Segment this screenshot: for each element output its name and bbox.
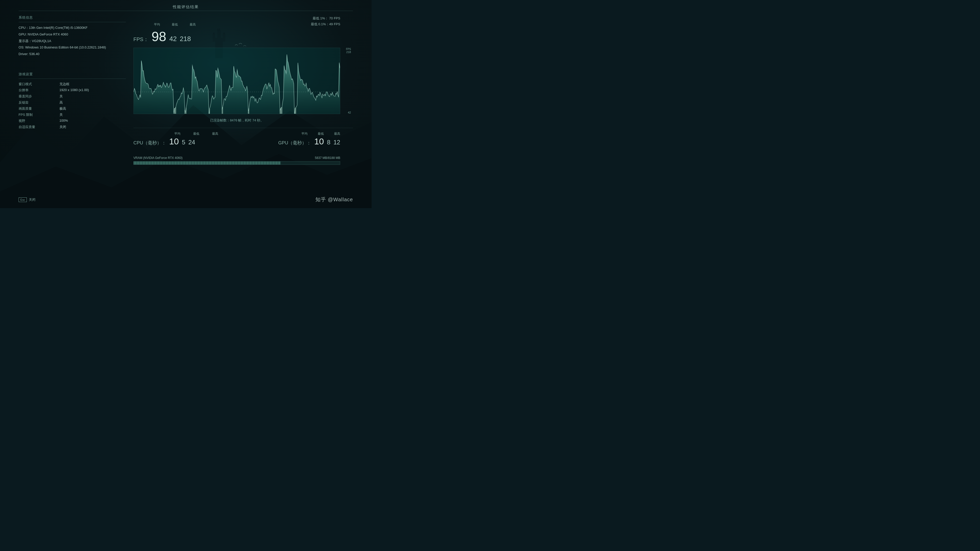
gpu-info: GPU: NVIDIA GeForce RTX 4060 — [19, 32, 126, 37]
setting-label-2: 垂直同步 — [19, 94, 57, 99]
fps-header-area: 平均 最低 最高 最低 1%： 70 FPS 最低 0.1%：49 FPS — [134, 15, 353, 27]
setting-label-1: 分辨率 — [19, 88, 57, 93]
right-panel: 平均 最低 最高 最低 1%： 70 FPS 最低 0.1%：49 FPS FP… — [134, 15, 353, 203]
vram-bar-fill — [134, 162, 281, 165]
fps-col-max-label: 最高 — [189, 22, 196, 27]
chart-ylabel-top: FPS 218 — [346, 48, 351, 54]
setting-label-3: 反锯齿 — [19, 100, 57, 105]
main-content: 系统信息 CPU：13th Gen Intel(R) Core(TM) i5-1… — [0, 0, 372, 208]
left-panel: 系统信息 CPU：13th Gen Intel(R) Core(TM) i5-1… — [19, 15, 126, 203]
cpu-col-labels: 平均 最低 最高 — [174, 132, 218, 136]
driver-info: Driver: 536.40 — [19, 52, 126, 57]
fps-main-display: FPS： 98 42 218 — [134, 30, 191, 43]
gpu-label: GPU（毫秒）： — [278, 140, 311, 146]
vram-header: VRAM (NVIDIA GeForce RTX 4060) 5837 MB/8… — [134, 156, 340, 160]
gpu-col-avg: 平均 — [301, 132, 307, 136]
fps-avg-value: 98 — [151, 30, 166, 43]
watermark: 知乎 @Wallace — [315, 196, 353, 203]
setting-value-0: 无边框 — [59, 82, 126, 86]
cpu-gpu-values: CPU（毫秒）： 10 5 24 GPU（毫秒）： 10 8 12 — [134, 137, 340, 146]
gpu-max: 12 — [334, 139, 340, 146]
chart-y-labels: FPS 218 42 — [346, 48, 351, 114]
setting-value-2: 关 — [59, 94, 126, 99]
chart-max-val: 218 — [346, 51, 351, 54]
game-settings-title: 游戏设置 — [19, 72, 126, 76]
fps-numbers-row: FPS： 98 42 218 — [134, 30, 353, 43]
game-settings-section: 游戏设置 窗口模式 无边框 分辨率 1920 x 1080 (x1.00) 垂直… — [19, 72, 126, 129]
rendered-frames-info: 已渲染帧数：8476 帧，耗时 74 秒。 — [134, 117, 340, 124]
setting-value-3: 高 — [59, 100, 126, 105]
close-label: 关闭 — [29, 197, 35, 202]
fps-col-avg-label: 平均 — [154, 22, 160, 27]
fps-percentiles: 最低 1%： 70 FPS 最低 0.1%：49 FPS — [311, 15, 340, 27]
fps-01pct: 最低 0.1%：49 FPS — [311, 21, 340, 27]
cpu-col-max: 最高 — [212, 132, 218, 136]
setting-label-5: FPS 限制 — [19, 113, 57, 117]
cpu-gpu-headers: 平均 最低 最高 平均 最低 最高 — [134, 132, 340, 136]
setting-value-6: 100% — [59, 119, 126, 123]
setting-label-4: 画面质量 — [19, 106, 57, 111]
gpu-col-labels: 平均 最低 最高 — [301, 132, 340, 136]
fps-min-value: 42 — [169, 35, 177, 43]
cpu-info: CPU：13th Gen Intel(R) Core(TM) i5-13600K… — [19, 25, 126, 30]
setting-value-4: 极高 — [59, 106, 126, 111]
cpu-avg: 10 — [169, 137, 179, 146]
fps-label: FPS： — [134, 36, 148, 43]
cpu-label: CPU（毫秒）： — [134, 140, 166, 146]
vram-usage: 5837 MB/8188 MB — [315, 156, 340, 160]
fps-chart-canvas — [134, 48, 340, 114]
os-info: OS: Windows 10 Business Edition 64-bit (… — [19, 45, 126, 50]
fps-col-labels: 平均 最低 最高 — [154, 22, 196, 27]
fps-max-value: 218 — [180, 35, 191, 43]
fps-chart-wrapper: FPS 218 42 — [134, 48, 340, 114]
bottom-bar: Esc 关闭 知乎 @Wallace — [19, 196, 353, 203]
settings-grid: 窗口模式 无边框 分辨率 1920 x 1080 (x1.00) 垂直同步 关 … — [19, 82, 126, 129]
vram-label: VRAM (NVIDIA GeForce RTX 4060) — [134, 156, 183, 160]
vram-bar-background — [134, 161, 340, 165]
setting-value-1: 1920 x 1080 (x1.00) — [59, 88, 126, 93]
display-info: 显示器：VG28UQL1A — [19, 38, 126, 44]
cpu-gpu-section: 平均 最低 最高 平均 最低 最高 CPU（毫秒）： 10 5 24 — [134, 132, 340, 146]
fps-chart-container — [134, 48, 340, 114]
gpu-min: 8 — [327, 139, 330, 146]
gpu-col-max: 最高 — [334, 132, 340, 136]
cpu-max: 24 — [188, 139, 195, 146]
fps-label-text: FPS — [346, 48, 351, 51]
cpu-min: 5 — [182, 139, 185, 146]
cpu-values: CPU（毫秒）： 10 5 24 — [134, 137, 195, 146]
setting-label-0: 窗口模式 — [19, 82, 57, 86]
fps-col-min-label: 最低 — [172, 22, 178, 27]
setting-label-7: 自适应质量 — [19, 125, 57, 129]
setting-value-7: 关闭 — [59, 125, 126, 129]
esc-key[interactable]: Esc — [19, 197, 27, 202]
chart-min-val: 42 — [346, 111, 351, 114]
close-button-area[interactable]: Esc 关闭 — [19, 197, 35, 202]
cpu-col-avg: 平均 — [174, 132, 180, 136]
setting-value-5: 关 — [59, 113, 126, 117]
separator — [134, 128, 353, 128]
gpu-values: GPU（毫秒）： 10 8 12 — [278, 137, 340, 146]
gpu-avg: 10 — [314, 137, 324, 146]
gpu-col-min: 最低 — [318, 132, 324, 136]
system-info-title: 系统信息 — [19, 15, 126, 20]
fps-1pct: 最低 1%： 70 FPS — [311, 15, 340, 21]
system-info-section: 系统信息 CPU：13th Gen Intel(R) Core(TM) i5-1… — [19, 15, 126, 58]
vram-section: VRAM (NVIDIA GeForce RTX 4060) 5837 MB/8… — [134, 154, 340, 165]
cpu-col-min: 最低 — [193, 132, 199, 136]
setting-label-6: 视野 — [19, 119, 57, 123]
